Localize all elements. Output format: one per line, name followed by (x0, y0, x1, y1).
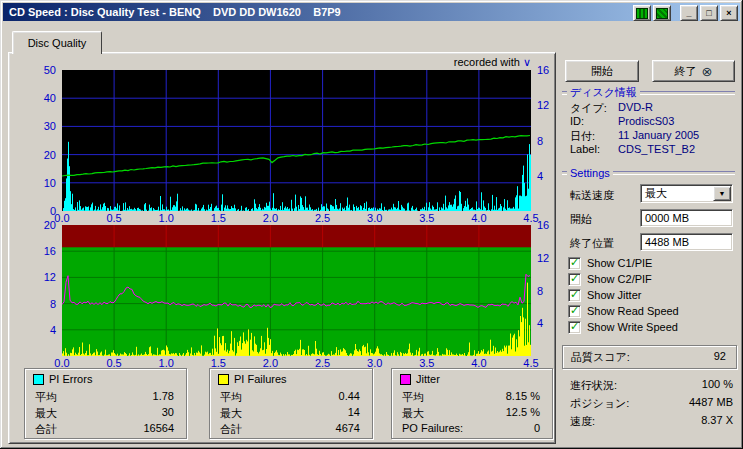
checkmark-icon: ✓ (570, 257, 579, 268)
pi-failures-swatch (218, 374, 229, 385)
transfer-speed-label: 転送速度 (570, 188, 614, 203)
tab-disc-quality[interactable]: Disc Quality (12, 31, 102, 54)
axis-tick: 12 (537, 252, 549, 264)
axis-tick: 3.0 (367, 212, 382, 224)
position-row: ポジション:4487 MB (570, 396, 733, 411)
recorded-with-label: recorded with ∨ (331, 56, 531, 69)
axis-tick: 12 (44, 271, 56, 283)
checkbox-label: Show Write Speed (587, 321, 678, 333)
checkbox-show-jitter[interactable]: ✓ Show Jitter (568, 288, 641, 302)
checkbox-box[interactable]: ✓ (568, 289, 581, 302)
tab-label: Disc Quality (28, 37, 87, 49)
legend-header: PI Failures (218, 373, 287, 385)
title-green-button-1[interactable] (633, 5, 651, 21)
axis-tick: 0.0 (54, 212, 69, 224)
stat-label: 最大 (35, 406, 57, 421)
dropdown-value: 最大 (645, 186, 667, 201)
axis-tick: 0.5 (106, 212, 121, 224)
exit-button[interactable]: 終了 ⊗ (652, 60, 735, 82)
top-chart-left-axis: 50403020100 (28, 70, 58, 211)
quality-score-label: 品質スコア: (571, 350, 630, 365)
axis-tick: 10 (44, 177, 56, 189)
axis-tick: 4 (50, 324, 56, 336)
stat-label: 平均 (220, 390, 242, 405)
checkbox-box[interactable]: ✓ (568, 273, 581, 286)
checkbox-box[interactable]: ✓ (568, 321, 581, 334)
axis-tick: 4.0 (471, 212, 486, 224)
axis-tick: 12 (537, 99, 549, 111)
checkbox-show-c2-pif[interactable]: ✓ Show C2/PIF (568, 272, 652, 286)
transfer-speed-dropdown[interactable]: 最大 ▼ (640, 184, 733, 203)
stat-value: 4674 (336, 422, 360, 437)
axis-tick: 4 (537, 170, 543, 182)
axis-tick: 50 (44, 64, 56, 76)
recorded-with-text: recorded with (454, 56, 520, 68)
top-chart-x-axis: 0.00.51.01.52.02.53.03.54.04.5 (62, 212, 531, 224)
stat-label: 最大 (402, 406, 424, 421)
legend-title-text: PI Errors (49, 373, 92, 385)
checkmark-icon: ✓ (570, 305, 579, 316)
axis-tick: 40 (44, 92, 56, 104)
window-controls: _ □ × (633, 5, 738, 21)
stat-value: 12.5 % (506, 406, 540, 421)
checkbox-label: Show Read Speed (587, 305, 679, 317)
axis-tick: 16 (537, 219, 549, 231)
stat-value: 30 (162, 406, 174, 421)
maximize-button[interactable]: □ (700, 5, 718, 21)
checkbox-label: Show C2/PIF (587, 273, 652, 285)
dropdown-arrow-button[interactable]: ▼ (713, 186, 731, 201)
close-button[interactable]: × (720, 5, 738, 21)
axis-tick: 1.0 (159, 212, 174, 224)
jitter-swatch (400, 374, 411, 385)
settings-title: Settings (570, 167, 610, 179)
checkbox-show-write-speed[interactable]: ✓ Show Write Speed (568, 320, 678, 334)
stat-label: PO Failures: (402, 422, 463, 434)
chevron-down-icon[interactable]: ∨ (523, 56, 531, 68)
start-position-field[interactable]: 0000 MB (640, 209, 733, 227)
legend-title-text: Jitter (416, 373, 440, 385)
checkbox-box[interactable]: ✓ (568, 305, 581, 318)
stat-value: 1.78 (153, 390, 174, 405)
disc-info-title: ディスク情報 (570, 85, 637, 100)
speed-label: 速度: (570, 414, 595, 429)
stat-label: 平均 (35, 390, 57, 405)
disc-label-row: Label:CDS_TEST_B2 (570, 143, 695, 155)
checkbox-show-c1-pie[interactable]: ✓ Show C1/PIE (568, 256, 652, 270)
axis-tick: 8 (50, 298, 56, 310)
green-graph-icon (636, 8, 648, 19)
start-button[interactable]: 開始 (565, 60, 639, 82)
progress-label: 進行状況: (570, 378, 617, 393)
stat-value: 0.44 (339, 390, 360, 405)
title-bar: CD Speed : Disc Quality Test - BENQ DVD … (3, 3, 740, 21)
legend-title-text: PI Failures (234, 373, 287, 385)
quality-score-box: 品質スコア: 92 (562, 345, 737, 369)
quality-score-value: 92 (714, 350, 726, 362)
progress-row: 進行状況:100 % (570, 378, 733, 393)
disc-date-row: 日付:11 January 2005 (570, 129, 699, 144)
start-button-label: 開始 (591, 64, 613, 79)
pi-errors-legend: PI Errors 平均1.78 最大30 合計16564 (24, 368, 187, 439)
stat-label: 合計 (35, 422, 57, 437)
pi-failures-legend: PI Failures 平均0.44 最大14 合計4674 (209, 368, 373, 439)
disc-id-row: ID:ProdiscS03 (570, 115, 674, 127)
checkbox-label: Show Jitter (587, 289, 641, 301)
bottom-chart-right-axis: 161284 (535, 225, 557, 324)
position-value: 4487 MB (689, 396, 733, 411)
end-position-field[interactable]: 4488 MB (640, 233, 733, 251)
axis-tick: 16 (537, 64, 549, 76)
stat-label: 合計 (220, 422, 242, 437)
minimize-button[interactable]: _ (680, 5, 698, 21)
axis-tick: 30 (44, 120, 56, 132)
title-green-button-2[interactable] (653, 5, 671, 21)
checkbox-show-read-speed[interactable]: ✓ Show Read Speed (568, 304, 679, 318)
bottom-chart-left-axis: 20161284 (28, 225, 58, 330)
exit-x-icon: ⊗ (702, 65, 713, 78)
axis-tick: 3.5 (419, 212, 434, 224)
window-title: CD Speed : Disc Quality Test - BENQ DVD … (9, 6, 341, 18)
checkbox-box[interactable]: ✓ (568, 257, 581, 270)
pi-errors-swatch (33, 374, 44, 385)
position-label: ポジション: (570, 396, 629, 411)
app-window: CD Speed : Disc Quality Test - BENQ DVD … (0, 0, 743, 449)
stat-value: 0 (534, 422, 540, 434)
checkmark-icon: ✓ (570, 289, 579, 300)
